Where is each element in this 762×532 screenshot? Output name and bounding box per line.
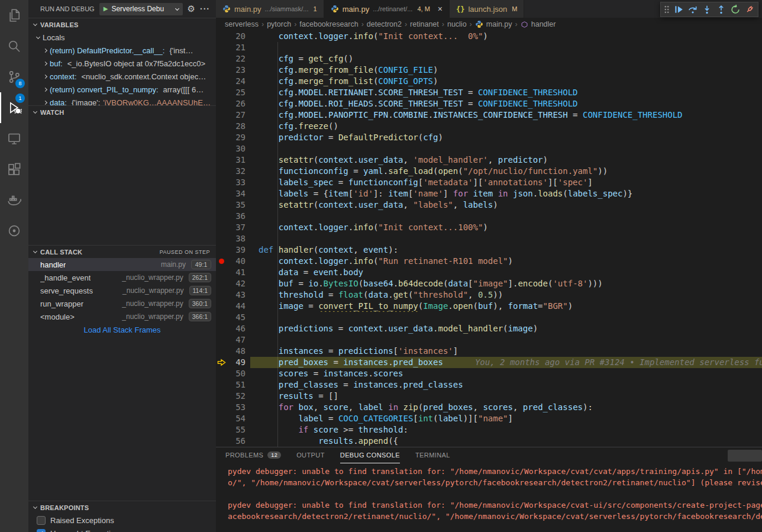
- gutter-glyph-margin[interactable]: [216, 301, 228, 312]
- code-line[interactable]: 21: [216, 42, 762, 53]
- line-number[interactable]: 49: [228, 357, 246, 368]
- line-number[interactable]: 52: [228, 391, 246, 402]
- code-line[interactable]: 38: [216, 233, 762, 244]
- gutter-glyph-margin[interactable]: [216, 346, 228, 357]
- gutter-glyph-margin[interactable]: [216, 31, 228, 42]
- editor-tab[interactable]: main.py.../retinanet/...4, M×: [324, 0, 450, 18]
- breadcrumb-item[interactable]: detectron2: [367, 20, 402, 28]
- breadcrumb-item[interactable]: pytorch: [267, 20, 291, 28]
- code-line[interactable]: 31 setattr(context.user_data, 'model_han…: [216, 154, 762, 166]
- gutter-glyph-margin[interactable]: [216, 76, 228, 87]
- line-number[interactable]: 31: [228, 154, 246, 166]
- code-line[interactable]: 26 cfg.MODEL.ROI_HEADS.SCORE_THRESH_TEST…: [216, 98, 762, 109]
- gutter-glyph-margin[interactable]: [216, 188, 228, 199]
- gutter-glyph-margin[interactable]: [216, 154, 228, 166]
- code-line[interactable]: 45: [216, 312, 762, 323]
- code-line[interactable]: 36: [216, 211, 762, 222]
- code-line[interactable]: 39def handler(context, event):: [216, 244, 762, 256]
- breakpoint-row[interactable]: ✓Uncaught Exceptions: [28, 527, 216, 532]
- code-line[interactable]: 42 buf = io.BytesIO(base64.b64decode(dat…: [216, 278, 762, 289]
- gutter-glyph-margin[interactable]: [216, 424, 228, 436]
- code-line[interactable]: 28 cfg.freeze(): [216, 121, 762, 132]
- checkbox[interactable]: [37, 516, 46, 525]
- code-line[interactable]: 51 pred_classes = instances.pred_classes: [216, 379, 762, 391]
- line-number[interactable]: 54: [228, 413, 246, 424]
- line-number[interactable]: 55: [228, 424, 246, 436]
- code-line[interactable]: 23 cfg.merge_from_file(CONFIG_FILE): [216, 65, 762, 76]
- line-number[interactable]: 21: [228, 42, 246, 53]
- code-line[interactable]: 40 context.logger.info("Run retinanet-R1…: [216, 256, 762, 267]
- panel-tab-output[interactable]: OUTPUT: [296, 447, 325, 463]
- code-line[interactable]: 56 results.append({: [216, 436, 762, 447]
- activity-item-explorer[interactable]: [0, 0, 28, 31]
- line-number[interactable]: 43: [228, 289, 246, 301]
- code-line[interactable]: 47: [216, 334, 762, 346]
- gutter-glyph-margin[interactable]: [216, 132, 228, 143]
- breadcrumb-item[interactable]: serverless: [225, 20, 259, 28]
- gutter-glyph-margin[interactable]: [216, 334, 228, 346]
- activity-item-docker[interactable]: [0, 185, 28, 215]
- breadcrumb-item[interactable]: facebookresearch: [299, 20, 358, 28]
- gutter-glyph-margin[interactable]: [216, 211, 228, 222]
- stack-frame-row[interactable]: _handle_event_nuclio_wrapper.py262:1: [28, 271, 216, 284]
- variable-row[interactable]: (return) DefaultPredictor.__call__:{'ins…: [28, 44, 216, 57]
- gear-icon[interactable]: ⚙: [188, 4, 195, 14]
- code-line[interactable]: 32 functionconfig = yaml.safe_load(open(…: [216, 166, 762, 177]
- code-line[interactable]: 44 image = convert_PIL_to_numpy(Image.op…: [216, 301, 762, 312]
- disconnect-button[interactable]: [742, 2, 757, 17]
- gutter-glyph-margin[interactable]: [216, 98, 228, 109]
- gutter-glyph-margin[interactable]: [216, 177, 228, 188]
- gutter-glyph-margin[interactable]: [216, 413, 228, 424]
- activity-item-search[interactable]: [0, 31, 28, 62]
- gutter-glyph-margin[interactable]: [216, 143, 228, 154]
- more-actions-icon[interactable]: ···: [200, 4, 210, 14]
- line-number[interactable]: 47: [228, 334, 246, 346]
- close-icon[interactable]: ×: [438, 5, 443, 13]
- line-number[interactable]: 41: [228, 267, 246, 278]
- gutter-glyph-margin[interactable]: [216, 199, 228, 211]
- debug-console-output[interactable]: pydev debugger: unable to find translati…: [216, 463, 762, 522]
- gutter-glyph-margin[interactable]: [216, 256, 228, 267]
- gutter-glyph-margin[interactable]: [216, 166, 228, 177]
- breakpoint-row[interactable]: Raised Exceptions: [28, 514, 216, 527]
- gutter-glyph-margin[interactable]: [216, 289, 228, 301]
- line-number[interactable]: 42: [228, 278, 246, 289]
- line-number[interactable]: 27: [228, 109, 246, 121]
- gutter-glyph-margin[interactable]: [216, 391, 228, 402]
- line-number[interactable]: 53: [228, 402, 246, 413]
- line-number[interactable]: 23: [228, 65, 246, 76]
- code-line[interactable]: 41 data = event.body: [216, 267, 762, 278]
- gutter-glyph-margin[interactable]: [216, 42, 228, 53]
- code-line[interactable]: 49 pred_boxes = instances.pred_boxesYou,…: [216, 357, 762, 368]
- code-line[interactable]: 20 context.logger.info("Init context... …: [216, 31, 762, 42]
- call-stack-section-header[interactable]: CALL STACK PAUSED ON STEP: [28, 245, 216, 258]
- debug-config-dropdown[interactable]: ▶ Serverless Debu: [99, 3, 183, 15]
- line-number[interactable]: 34: [228, 188, 246, 199]
- line-number[interactable]: 32: [228, 166, 246, 177]
- gutter-glyph-margin[interactable]: [216, 109, 228, 121]
- checkbox[interactable]: ✓: [37, 529, 46, 532]
- gutter-glyph-margin[interactable]: [216, 222, 228, 233]
- line-number[interactable]: 33: [228, 177, 246, 188]
- code-line[interactable]: 34 labels = {item['id']: item['name'] fo…: [216, 188, 762, 199]
- gutter-glyph-margin[interactable]: [216, 233, 228, 244]
- gutter-glyph-margin[interactable]: [216, 65, 228, 76]
- step-into-button[interactable]: [700, 2, 714, 17]
- variables-scope-row[interactable]: Locals: [28, 31, 216, 44]
- variable-row[interactable]: data:{'image': 'iVBORw0KG…AAAANSUhE…: [28, 96, 216, 105]
- code-line[interactable]: 27 cfg.MODEL.PANOPTIC_FPN.COMBINE.INSTAN…: [216, 109, 762, 121]
- code-line[interactable]: 37 context.logger.info("Init context...1…: [216, 222, 762, 233]
- variable-row[interactable]: context:<nuclio_sdk.context.Context obje…: [28, 70, 216, 83]
- code-line[interactable]: 53 for box, score, label in zip(pred_box…: [216, 402, 762, 413]
- code-line[interactable]: 46 predictions = context.user_data.model…: [216, 323, 762, 334]
- code-line[interactable]: 33 labels_spec = functionconfig['metadat…: [216, 177, 762, 188]
- gutter-glyph-margin[interactable]: [216, 379, 228, 391]
- toolbar-drag-handle[interactable]: [662, 2, 671, 17]
- line-number[interactable]: 51: [228, 379, 246, 391]
- step-over-button[interactable]: [686, 2, 700, 17]
- line-number[interactable]: 46: [228, 323, 246, 334]
- line-number[interactable]: 40: [228, 256, 246, 267]
- gutter-glyph-margin[interactable]: [216, 357, 228, 368]
- code-line[interactable]: 30: [216, 143, 762, 154]
- line-number[interactable]: 29: [228, 132, 246, 143]
